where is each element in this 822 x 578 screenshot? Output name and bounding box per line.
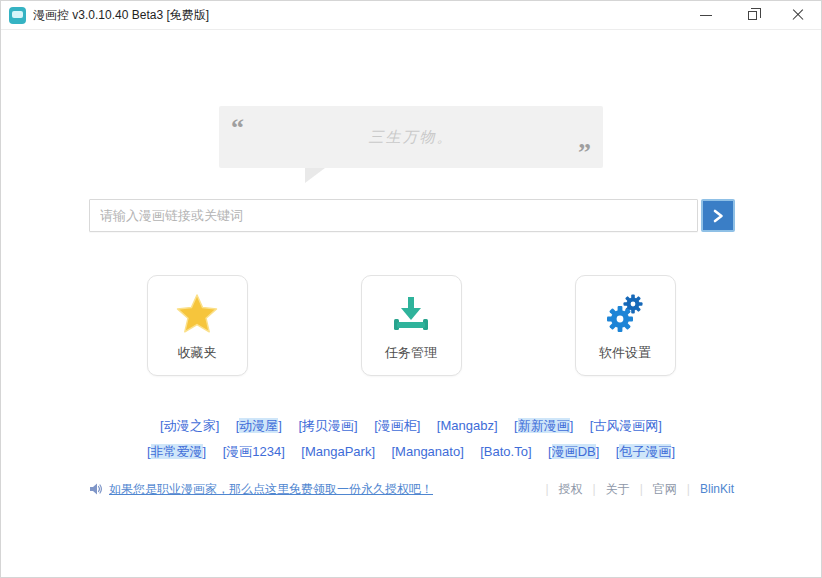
site-link-manganato[interactable]: [Manganato] (391, 439, 463, 464)
site-links-row2: [非常爱漫] [漫画1234] [MangaPark] [Manganato] … (1, 438, 821, 464)
site-link-dm5[interactable]: [动漫屋] (236, 413, 282, 438)
titlebar: 漫画控 v3.0.10.40 Beta3 [免费版] (1, 1, 821, 30)
footer-link-website[interactable]: 官网 (653, 481, 677, 498)
footer-separator: | (545, 482, 548, 496)
footer-link-about[interactable]: 关于 (606, 481, 630, 498)
site-link-manhuagui[interactable]: [漫画柜] (374, 413, 420, 438)
search-button[interactable] (701, 199, 735, 232)
footer-link-license[interactable]: 授权 (559, 481, 583, 498)
site-link-manhuadb[interactable]: [漫画DB] (548, 439, 599, 464)
footer-separator: | (640, 482, 643, 496)
speaker-icon (89, 482, 103, 496)
site-link-xinxin[interactable]: [新新漫画] (514, 413, 573, 438)
window-title: 漫画控 v3.0.10.40 Beta3 [免费版] (33, 7, 209, 24)
restore-icon (748, 11, 757, 20)
app-logo-icon (9, 7, 26, 24)
footer-nav: | 授权 | 关于 | 官网 | BlinKit (545, 481, 734, 498)
settings-card[interactable]: 软件设置 (575, 275, 676, 376)
close-button[interactable] (783, 4, 813, 26)
minimize-button[interactable] (691, 4, 721, 26)
favorites-card[interactable]: 收藏夹 (147, 275, 248, 376)
site-link-mangabz[interactable]: [Mangabz] (437, 413, 498, 438)
action-cards: 收藏夹 任务管理 (1, 275, 821, 376)
chevron-right-icon (711, 209, 725, 223)
site-link-baozi[interactable]: [包子漫画] (616, 439, 675, 464)
site-link-gufeng[interactable]: [古风漫画网] (590, 413, 662, 438)
close-icon (792, 9, 804, 21)
open-quote-icon: “ (231, 115, 244, 141)
site-link-dmzj[interactable]: [动漫之家] (160, 413, 219, 438)
site-links: [动漫之家] [动漫屋] [拷贝漫画] [漫画柜] [Mangabz] [新新漫… (1, 412, 821, 464)
app-window: 漫画控 v3.0.10.40 Beta3 [免费版] “ 三生万物。 ” (0, 0, 822, 578)
site-link-veryim[interactable]: [非常爱漫] (147, 439, 206, 464)
site-links-row1: [动漫之家] [动漫屋] [拷贝漫画] [漫画柜] [Mangabz] [新新漫… (1, 412, 821, 438)
search-bar (89, 199, 735, 232)
bubble-tail (305, 168, 325, 183)
star-icon (175, 290, 219, 338)
gears-icon (603, 290, 647, 338)
quote-bubble: “ 三生万物。 ” (219, 106, 603, 168)
close-quote-icon: ” (578, 140, 591, 166)
footer: 如果您是职业漫画家，那么点这里免费领取一份永久授权吧！ | 授权 | 关于 | … (89, 479, 734, 499)
footer-separator: | (687, 482, 690, 496)
favorites-label: 收藏夹 (178, 344, 217, 362)
footer-link-blinkit[interactable]: BlinKit (700, 482, 734, 496)
site-link-copymanga[interactable]: [拷贝漫画] (298, 413, 357, 438)
footer-separator: | (593, 482, 596, 496)
settings-label: 软件设置 (599, 344, 651, 362)
quote-text: 三生万物。 (219, 106, 603, 168)
site-link-manhua1234[interactable]: [漫画1234] (223, 439, 285, 464)
task-manager-card[interactable]: 任务管理 (361, 275, 462, 376)
promo-area: 如果您是职业漫画家，那么点这里免费领取一份永久授权吧！ (89, 481, 433, 498)
minimize-icon (700, 15, 712, 16)
restore-button[interactable] (737, 4, 767, 26)
download-icon (389, 290, 433, 338)
task-manager-label: 任务管理 (385, 344, 437, 362)
window-controls (691, 4, 813, 26)
promo-link[interactable]: 如果您是职业漫画家，那么点这里免费领取一份永久授权吧！ (109, 481, 433, 498)
site-link-batoto[interactable]: [Bato.To] (480, 439, 531, 464)
search-input[interactable] (89, 199, 698, 232)
site-link-mangapark[interactable]: [MangaPark] (301, 439, 375, 464)
